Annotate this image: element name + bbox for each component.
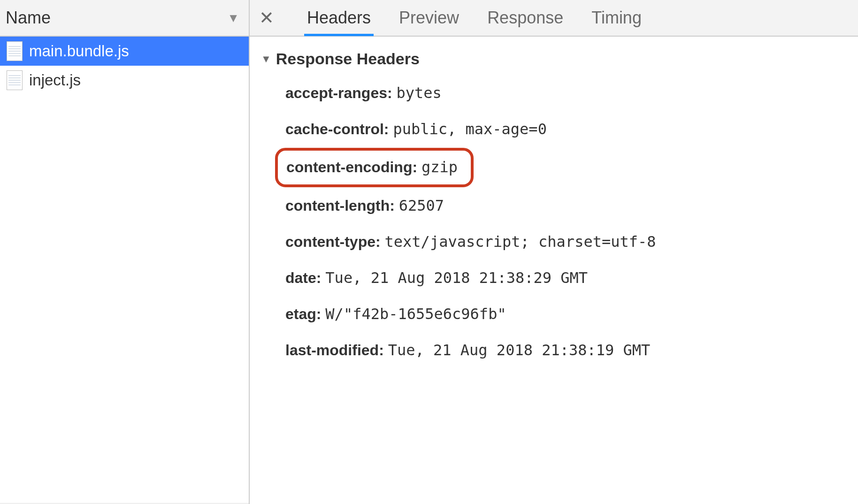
response-headers-section-header[interactable]: ▼ Response Headers [261,50,847,68]
header-key: last-modified: [285,342,384,359]
header-row-last-modified: last-modified: Tue, 21 Aug 2018 21:38:19… [285,338,847,362]
file-name: inject.js [29,71,81,89]
file-row-main-bundle[interactable]: main.bundle.js [0,37,249,66]
header-key: content-type: [285,233,381,250]
header-value: bytes [397,84,442,102]
header-row-content-encoding: content-encoding: gzip [286,155,458,179]
file-icon [7,41,23,61]
highlight-annotation-box: content-encoding: gzip [275,148,474,187]
request-details-panel: ✕ Headers Preview Response Timing ▼ Resp… [250,0,858,504]
network-requests-sidebar: Name ▼ main.bundle.js [0,0,250,504]
header-row-content-type: content-type: text/javascript; charset=u… [285,230,847,254]
response-headers-list: accept-ranges: bytes cache-control: publ… [261,81,847,363]
header-value: 62507 [399,197,444,214]
header-key: date: [285,269,321,286]
sidebar-header[interactable]: Name ▼ [0,0,249,37]
tab-headers[interactable]: Headers [293,0,385,35]
tab-response[interactable]: Response [473,0,577,35]
header-key: content-length: [285,197,395,214]
sort-triangle-icon[interactable]: ▼ [227,11,239,25]
header-value: Tue, 21 Aug 2018 21:38:29 GMT [325,269,588,287]
column-name-header: Name [6,8,51,28]
file-name: main.bundle.js [29,42,129,60]
header-key: cache-control: [285,121,389,137]
section-title: Response Headers [276,50,420,68]
tab-timing[interactable]: Timing [577,0,656,35]
file-icon [7,70,23,90]
details-body: ▼ Response Headers accept-ranges: bytes … [250,37,858,504]
tab-preview[interactable]: Preview [385,0,473,35]
header-value: W/"f42b-1655e6c96fb" [325,305,506,323]
header-key: etag: [285,305,321,322]
header-row-content-length: content-length: 62507 [285,194,847,218]
header-row-cache-control: cache-control: public, max-age=0 [285,117,847,141]
file-row-inject[interactable]: inject.js [0,66,249,95]
header-value: text/javascript; charset=utf-8 [385,233,656,251]
details-tabs-bar: ✕ Headers Preview Response Timing [250,0,858,37]
header-row-accept-ranges: accept-ranges: bytes [285,81,847,105]
header-key: accept-ranges: [285,84,392,101]
file-list: main.bundle.js inject.js [0,37,249,503]
header-row-date: date: Tue, 21 Aug 2018 21:38:29 GMT [285,266,847,290]
header-value: public, max-age=0 [393,120,547,138]
devtools-network-panel: Name ▼ main.bundle.js [0,0,858,504]
header-value: Tue, 21 Aug 2018 21:38:19 GMT [388,341,651,359]
close-icon[interactable]: ✕ [259,9,274,27]
collapse-triangle-icon[interactable]: ▼ [261,53,271,65]
header-row-etag: etag: W/"f42b-1655e6c96fb" [285,302,847,326]
header-key: content-encoding: [286,159,417,176]
header-value: gzip [421,158,458,176]
